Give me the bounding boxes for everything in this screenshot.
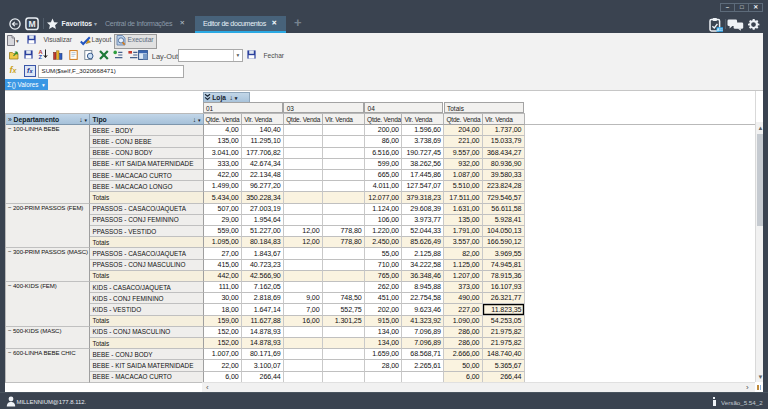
svg-text:A11: A11 — [717, 28, 723, 32]
svg-text:M: M — [28, 19, 35, 29]
